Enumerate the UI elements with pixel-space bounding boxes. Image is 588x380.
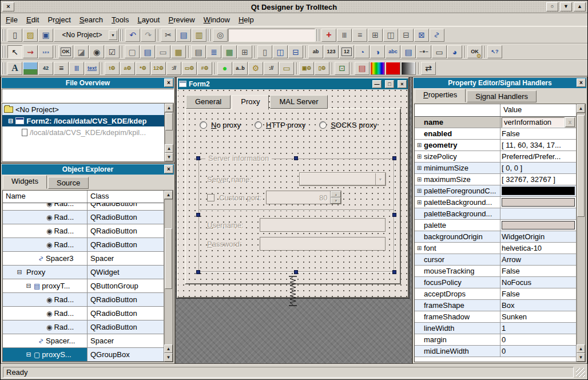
scrollbar-thumb[interactable]	[165, 113, 173, 130]
widget-scrollbar-button[interactable]: ▭	[432, 45, 447, 58]
custom-lineedit-button[interactable]: a⚙	[120, 62, 135, 75]
widget-pushbutton-button[interactable]: OK	[58, 45, 73, 58]
cut-button[interactable]: ✂	[161, 29, 176, 42]
expand-icon[interactable]: ⊞	[415, 199, 424, 205]
copy-button[interactable]: ▤	[176, 29, 191, 42]
property-row[interactable]: ⊞ font helvetica-10	[415, 243, 576, 254]
menu-preview[interactable]: Preview	[168, 15, 194, 24]
close-icon[interactable]: ×	[164, 78, 173, 87]
selection-handle[interactable]	[196, 270, 200, 274]
widget-toolbutton-button[interactable]: ◪	[74, 45, 89, 58]
expander-icon[interactable]: ⊟	[16, 268, 23, 276]
property-row[interactable]: palette	[415, 220, 576, 231]
widget-timeedit-button[interactable]: ◔	[355, 45, 370, 58]
widget-listbox-button[interactable]: ▤	[191, 45, 206, 58]
new-file-button[interactable]: ▯	[7, 29, 22, 42]
column-header-name[interactable]: Name	[3, 191, 88, 203]
custom-gear-button[interactable]: ⚙	[248, 62, 263, 75]
toolbar-handle[interactable]	[207, 29, 212, 41]
incremental-search-field[interactable]	[228, 29, 315, 42]
spin-down-icon[interactable]: ▼	[331, 197, 341, 204]
tree-row-no-project[interactable]: <No Project>	[2, 104, 164, 115]
widget-led-button[interactable]: ●	[217, 62, 232, 75]
close-icon[interactable]: ×	[577, 78, 586, 87]
window-maximize-button[interactable]: ▲	[574, 2, 586, 11]
property-row[interactable]: enabled False	[415, 128, 576, 140]
toolbar-handle[interactable]	[120, 29, 125, 41]
tree-row[interactable]: ∿ Spacer3 Spacer	[3, 252, 164, 266]
property-row[interactable]: margin 0	[415, 334, 576, 346]
layout-vertical-button[interactable]: ≡	[352, 29, 367, 42]
project-combobox[interactable]: <No Project>▼	[54, 29, 119, 42]
server-information-groupbox[interactable]: Server information Server name: ▼ Custom…	[198, 159, 394, 272]
username-field[interactable]	[260, 218, 386, 232]
widget-textedit-button[interactable]: abc	[386, 45, 400, 58]
tree-row[interactable]: ◉ Rad... QRadioButton	[3, 307, 164, 320]
tree-row[interactable]: ◉ Rad... QRadioButton	[3, 224, 164, 238]
form2-titlebar[interactable]: Form2 — □ ×	[178, 78, 408, 89]
tree-row[interactable]: ∿ Spacer... Spacer	[3, 334, 164, 348]
menu-project[interactable]: Project	[47, 15, 70, 24]
widget-checkbox-button[interactable]: ☑	[105, 45, 120, 58]
toolbar-handle[interactable]	[2, 46, 7, 58]
object-explorer-scrollbar[interactable]: ▲ ▲ ▼	[164, 191, 173, 362]
column-header-class[interactable]: Class	[88, 191, 164, 203]
widget-progressbar-button[interactable]: |||	[69, 62, 84, 75]
clear-icon[interactable]: x	[565, 117, 575, 127]
tree-row[interactable]: ◉ Rad... QRadioButton	[3, 203, 164, 211]
maximize-icon[interactable]: □	[385, 80, 394, 88]
widget-ruler-button[interactable]: ▭	[279, 62, 294, 75]
property-row[interactable]: cursor Arrow	[415, 254, 576, 266]
widget-colorbutton-button[interactable]	[386, 62, 400, 75]
widget-lcdnumber-button[interactable]: 42	[38, 62, 53, 75]
widget-splitter-horizontal-button[interactable]: ◫	[273, 45, 288, 58]
expand-icon[interactable]: ⊞	[415, 165, 424, 171]
connect-signals-tool-button[interactable]: ⇝	[23, 45, 38, 58]
radio-socks-proxy[interactable]: SOCKS proxy	[319, 121, 377, 129]
scrollbar-track[interactable]	[577, 113, 585, 345]
scroll-up-icon[interactable]: ▲	[165, 144, 173, 153]
menu-window[interactable]: Window	[204, 15, 230, 24]
tab-source[interactable]: Source	[48, 177, 89, 189]
widget-combobox-button[interactable]: ▤	[401, 45, 416, 58]
tree-row[interactable]: ◉ Rad... QRadioButton	[3, 293, 164, 307]
server-name-combobox[interactable]: ▼	[300, 173, 386, 185]
widget-colorpicker-button[interactable]	[370, 62, 385, 75]
widget-lineedit-button[interactable]: ab	[308, 45, 323, 58]
custom-intinput-button[interactable]: #⚙	[197, 62, 212, 75]
widget-spinbox-button[interactable]: 123	[324, 45, 339, 58]
selection-handle[interactable]	[196, 213, 200, 217]
tree-row[interactable]: ◉ Rad... QRadioButton	[3, 211, 164, 224]
widget-frame-button[interactable]: ▢	[125, 45, 140, 58]
radio-no-proxy[interactable]: No proxy	[200, 121, 241, 129]
tab-signal-handlers[interactable]: Signal Handlers	[467, 90, 537, 102]
column-header-property[interactable]	[415, 104, 500, 116]
radio-http-proxy[interactable]: HTTP proxy	[255, 121, 305, 129]
selection-handle[interactable]	[392, 213, 396, 217]
expand-icon[interactable]: ⊞	[415, 188, 424, 194]
property-row[interactable]: paletteBackground...	[415, 208, 576, 220]
tab-properties[interactable]: Properties	[415, 89, 466, 102]
expand-icon[interactable]: ⊞	[415, 153, 424, 160]
widget-textbrowser-button[interactable]: text	[85, 62, 100, 75]
file-overview-scrollbar[interactable]: ▲ ▲ ▼	[164, 104, 173, 161]
widget-urllabel-button[interactable]: ://	[264, 62, 279, 75]
tree-row[interactable]: ◉ Rad... QRadioButton	[3, 238, 164, 252]
close-icon[interactable]: ×	[164, 165, 173, 173]
form2-canvas[interactable]: GeneralProxyMAL Server No proxy HTTP pro…	[178, 89, 408, 297]
scrollbar-thumb[interactable]	[577, 115, 585, 217]
custom-passwordedit-button[interactable]: *⚙	[136, 62, 150, 75]
widget-iconview-button[interactable]: ▦	[222, 45, 237, 58]
form-tab-proxy[interactable]: Proxy	[232, 95, 269, 110]
custom-htmlpart-button[interactable]: ▭⚙	[182, 62, 197, 75]
selection-handle[interactable]	[294, 156, 298, 160]
tree-row[interactable]: ⊟ ▢ proxyS... QGroupBox	[3, 348, 164, 362]
spin-up-icon[interactable]: ▲	[331, 191, 341, 197]
property-row[interactable]: ⊞ minimumSize [ 0, 0 ]	[415, 163, 576, 174]
file-overview-titlebar[interactable]: File Overview ×	[2, 78, 174, 88]
widget-slider-button[interactable]: –●–	[416, 45, 431, 58]
property-row[interactable]: mouseTracking False	[415, 266, 576, 277]
selection-handle[interactable]	[196, 156, 200, 160]
widget-pixmaplabel-button[interactable]	[23, 62, 38, 75]
custom-urlrequester-button[interactable]: ://	[166, 62, 181, 75]
